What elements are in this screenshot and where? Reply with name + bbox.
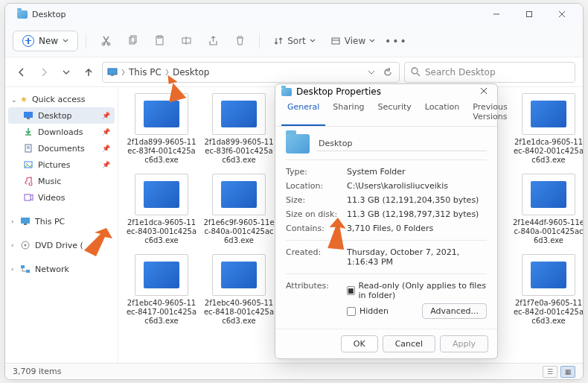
title-bar: Desktop: [5, 4, 583, 25]
dropdown-button[interactable]: [365, 63, 378, 81]
search-input[interactable]: Search Desktop: [404, 62, 575, 83]
pin-icon: 📌: [102, 161, 110, 168]
sidebar-item-music[interactable]: Music: [8, 173, 115, 189]
tab-security[interactable]: Security: [372, 99, 418, 126]
folder-icon: [281, 88, 292, 96]
navigation-pane[interactable]: ⌄ ★ Quick access Desktop 📌 Downloads 📌 D…: [5, 87, 118, 363]
sidebar-item-desktop[interactable]: Desktop 📌: [8, 107, 115, 124]
chevron-down-icon: ⌄: [11, 96, 17, 104]
ok-button[interactable]: OK: [341, 335, 378, 352]
svg-rect-6: [130, 37, 135, 44]
sidebar-item-pictures[interactable]: Pictures 📌: [8, 156, 115, 173]
breadcrumb-item[interactable]: Desktop: [173, 67, 210, 77]
readonly-checkbox[interactable]: ■ Read-only (Only applies to files in fo…: [347, 281, 487, 300]
sidebar-item-downloads[interactable]: Downloads 📌: [8, 124, 115, 140]
size-on-disk-label: Size on disk:: [286, 209, 344, 219]
minimize-button[interactable]: [480, 4, 513, 25]
rename-button[interactable]: [174, 29, 198, 53]
svg-rect-31: [26, 270, 30, 273]
chevron-right-icon: ›: [11, 241, 14, 249]
file-name: 2f1e6c9f-9605-11ec-840a-001c425ac6d3.exe: [203, 218, 275, 245]
delete-button[interactable]: [228, 29, 252, 53]
file-name: 2f1e1dca-9605-11ec-8402-001c425ac6d3.exe: [513, 138, 583, 165]
breadcrumb-item[interactable]: This PC: [129, 67, 162, 77]
up-button[interactable]: [80, 63, 98, 81]
pictures-icon: [23, 159, 33, 170]
svg-rect-26: [21, 218, 30, 224]
dialog-title-bar: Desktop Properties: [275, 84, 497, 99]
hidden-checkbox[interactable]: Hidden: [347, 306, 389, 316]
share-button[interactable]: [201, 29, 225, 53]
sidebar-quick-access[interactable]: ⌄ ★ Quick access: [8, 92, 115, 107]
forward-button[interactable]: [35, 63, 53, 81]
file-item[interactable]: 2f1e6c9f-9605-11ec-840a-001c425ac6d3.exe: [202, 174, 276, 245]
item-count: 3,709 items: [13, 367, 62, 376]
downloads-icon: [23, 127, 33, 137]
details-view-button[interactable]: ☰: [543, 366, 557, 378]
large-icons-view-button[interactable]: ▦: [560, 366, 575, 378]
file-name: 2f1da899-9605-11ec-83f4-001c425ac6d3.exe: [126, 138, 197, 165]
star-icon: ★: [20, 95, 28, 104]
sidebar-item-documents[interactable]: Documents 📌: [8, 140, 115, 156]
contains-label: Contains:: [286, 224, 344, 233]
sidebar-network[interactable]: › Network: [8, 261, 115, 277]
chevron-down-icon: [369, 38, 375, 44]
address-bar[interactable]: This PC Desktop: [102, 62, 400, 83]
apply-button[interactable]: Apply: [440, 335, 488, 352]
folder-name-input[interactable]: Desktop: [317, 136, 487, 151]
sort-button[interactable]: Sort: [267, 33, 322, 49]
cut-button[interactable]: [94, 29, 118, 53]
recent-button[interactable]: [57, 63, 75, 81]
sidebar-dvd-drive[interactable]: › DVD Drive (: [8, 237, 115, 253]
advanced-button[interactable]: Advanced...: [422, 303, 487, 319]
window-tab[interactable]: Desktop: [10, 7, 73, 22]
svg-rect-27: [24, 224, 27, 225]
tab-previous-versions[interactable]: Previous Versions: [467, 99, 514, 126]
copy-button[interactable]: [121, 29, 144, 53]
svg-line-17: [417, 73, 420, 76]
file-item[interactable]: 2f1ebc40-9605-11ec-8417-001c425ac6d3.exe: [124, 254, 199, 326]
window-controls: [480, 4, 578, 25]
file-item[interactable]: 2f1f7e0a-9605-11ec-842d-001c425ac6d3.exe: [511, 254, 583, 326]
nav-bar: This PC Desktop Search Desktop: [5, 57, 583, 87]
folder-icon: [17, 10, 28, 19]
new-button[interactable]: New: [13, 31, 78, 51]
location-label: Location:: [286, 181, 344, 191]
tab-general[interactable]: General: [281, 99, 325, 126]
back-button[interactable]: [13, 63, 31, 81]
view-button[interactable]: View: [325, 33, 381, 49]
checkbox-icon: [347, 307, 356, 316]
sidebar-item-videos[interactable]: Videos: [8, 189, 115, 206]
size-label: Size:: [286, 195, 344, 205]
paste-button[interactable]: [147, 29, 171, 53]
tab-sharing[interactable]: Sharing: [327, 99, 370, 126]
svg-rect-7: [131, 36, 136, 42]
command-bar: New Sort View •••: [5, 25, 583, 57]
tab-location[interactable]: Location: [419, 99, 466, 126]
file-item[interactable]: 2f1e1dca-9605-11ec-8403-001c425ac6d3.exe: [124, 174, 199, 245]
maximize-button[interactable]: [513, 4, 546, 25]
file-item[interactable]: 2f1e1dca-9605-11ec-8402-001c425ac6d3.exe: [511, 93, 583, 165]
chevron-right-icon: [164, 69, 170, 76]
music-icon: [23, 176, 33, 186]
file-thumbnail: [135, 254, 188, 296]
sidebar-item-label: Music: [38, 177, 61, 186]
close-button[interactable]: [546, 4, 578, 25]
contains-value: 3,710 Files, 0 Folders: [347, 224, 487, 233]
properties-dialog: Desktop Properties General Sharing Secur…: [275, 83, 498, 359]
sidebar-this-pc[interactable]: › This PC: [8, 213, 115, 230]
file-thumbnail: [212, 254, 266, 296]
more-button[interactable]: •••: [384, 29, 408, 53]
dialog-close-button[interactable]: [476, 86, 491, 97]
cancel-button[interactable]: Cancel: [383, 335, 435, 352]
refresh-button[interactable]: [381, 63, 394, 81]
file-item[interactable]: 2f1e44df-9605-11ec-840a-001c425ac6d3.exe: [511, 174, 583, 245]
file-item[interactable]: 2f1da899-9605-11ec-83f4-001c425ac6d3.exe: [124, 93, 199, 165]
file-item[interactable]: 2f1da899-9605-11ec-83f6-001c425ac6d3.exe: [202, 93, 276, 165]
file-name: 2f1ebc40-9605-11ec-8418-001c425ac6d3.exe: [203, 299, 275, 326]
size-value: 11.3 GB (12,191,204,350 bytes): [347, 195, 487, 205]
file-item[interactable]: 2f1ebc40-9605-11ec-8418-001c425ac6d3.exe: [202, 254, 276, 326]
chevron-right-icon: ›: [11, 218, 14, 225]
sort-icon: [273, 36, 284, 46]
pin-icon: 📌: [102, 112, 110, 119]
